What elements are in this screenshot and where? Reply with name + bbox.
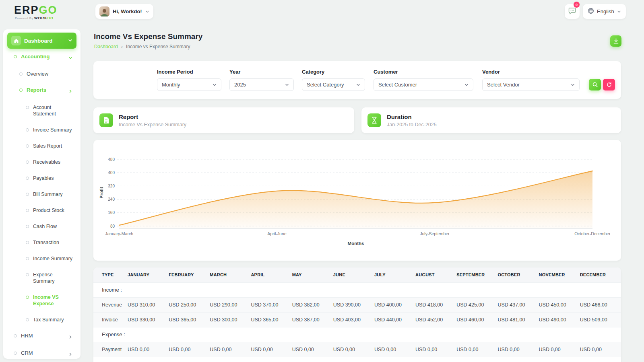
profit-chart-card: 80160240320400480January-MarchApril-June…	[93, 140, 621, 261]
year-select[interactable]: 2025	[229, 78, 294, 91]
sidebar-item-label: Cash Flow	[33, 223, 57, 230]
svg-text:Months: Months	[348, 241, 364, 246]
value-cell: USD 0,00	[415, 342, 456, 357]
sidebar-item-crm[interactable]: CRM	[6, 345, 78, 362]
bullet-icon	[14, 55, 17, 58]
value-cell: USD 250,00	[169, 297, 210, 312]
bullet-icon	[26, 296, 29, 299]
chevron-right-icon	[68, 88, 72, 95]
bullet-icon	[26, 144, 29, 148]
value-cell: USD 300,00	[210, 312, 251, 327]
income-period-select[interactable]: Monthly	[157, 78, 221, 91]
avatar	[99, 6, 109, 16]
table-row: RevenueUSD 310,00USD 250,00USD 290,00USD…	[93, 297, 621, 312]
app-logo[interactable]: ERPGO Powered By WORKDO	[14, 4, 58, 20]
sidebar-item-income-summary[interactable]: Income Summary	[6, 251, 78, 267]
section-label: Expense :	[93, 327, 621, 342]
value-cell: USD 370,00	[251, 297, 292, 312]
sidebar-item-income-vs-expense[interactable]: Income VS Expense	[6, 289, 78, 312]
user-menu[interactable]: Hi, Workdo!	[95, 4, 153, 19]
column-header: JUNE	[333, 267, 374, 282]
bullet-icon	[26, 273, 29, 276]
column-header: JULY	[374, 267, 415, 282]
table-section-row: Expense :	[93, 327, 621, 342]
sidebar-item-overview[interactable]: Overview	[6, 66, 78, 82]
chevron-right-icon	[68, 334, 72, 340]
hourglass-icon	[367, 113, 381, 127]
language-selector[interactable]: English	[583, 4, 626, 19]
value-cell: USD 310,00	[128, 297, 169, 312]
value-cell: USD 460,00	[456, 312, 497, 327]
breadcrumb: Dashboard › Income vs Expense Summary	[94, 43, 190, 49]
svg-text:July-September: July-September	[420, 231, 450, 236]
sidebar: Dashboard Accounting Overview Reports Ac…	[3, 29, 80, 359]
value-cell: USD 0,00	[210, 342, 251, 357]
table-row: PaymentUSD 0,00USD 0,00USD 0,00USD 0,00U…	[93, 342, 621, 357]
notifications-button[interactable]: 0	[565, 4, 580, 19]
value-cell: USD 403,00	[333, 312, 374, 327]
svg-text:April-June: April-June	[267, 231, 286, 236]
value-cell: USD 390,00	[333, 297, 374, 312]
value-cell: USD 0,00	[580, 342, 621, 357]
sidebar-item-reports[interactable]: Reports	[6, 82, 78, 99]
sidebar-item-hrm[interactable]: HRM	[6, 328, 78, 345]
column-header: APRIL	[251, 267, 292, 282]
vendor-label: Vendor	[482, 69, 580, 75]
sidebar-item-payables[interactable]: Payables	[6, 170, 78, 186]
download-button[interactable]	[610, 35, 621, 47]
column-header: NOVEMBER	[539, 267, 580, 282]
value-cell: USD 0,00	[539, 342, 580, 357]
sidebar-item-label: Bill Summary	[33, 191, 63, 197]
breadcrumb-home-link[interactable]: Dashboard	[94, 44, 118, 49]
sidebar-item-label: Sales Report	[33, 143, 62, 149]
value-cell: USD 382,00	[292, 297, 333, 312]
apply-filter-button[interactable]	[589, 79, 601, 90]
sidebar-item-account-statement[interactable]: Account Statement	[6, 99, 78, 122]
value-cell: USD 387,00	[292, 312, 333, 327]
customer-select[interactable]: Select Customer	[374, 78, 473, 91]
sidebar-item-label: Account Statement	[33, 104, 72, 117]
category-select[interactable]: Select Category	[302, 78, 365, 91]
sidebar-item-label: Receivables	[33, 159, 60, 165]
sidebar-item-expense-summary[interactable]: Expense Summary	[6, 267, 78, 289]
sidebar-item-tax-summary[interactable]: Tax Summary	[6, 312, 78, 328]
sidebar-item-bill-summary[interactable]: Bill Summary	[6, 186, 78, 202]
chevron-down-icon	[285, 83, 289, 87]
sidebar-item-cash-flow[interactable]: Cash Flow	[6, 218, 78, 234]
sidebar-item-transaction[interactable]: Transaction	[6, 234, 78, 251]
bullet-icon	[26, 318, 29, 321]
sidebar-item-sales-report[interactable]: Sales Report	[6, 138, 78, 154]
duration-card-title: Duration	[387, 113, 437, 121]
profit-area-chart: 80160240320400480January-MarchApril-June…	[93, 140, 621, 261]
duration-summary-card: Duration Jan-2025 to Dec-2025	[361, 107, 621, 133]
value-cell: USD 466,00	[580, 297, 621, 312]
vendor-select[interactable]: Select Vendor	[482, 78, 580, 91]
sidebar-item-receivables[interactable]: Receivables	[6, 154, 78, 170]
report-card-subtitle: Income Vs Expense Summary	[119, 122, 186, 128]
reset-filter-button[interactable]	[603, 79, 615, 90]
bullet-icon	[19, 72, 23, 76]
income-period-label: Income Period	[157, 69, 221, 75]
duration-card-subtitle: Jan-2025 to Dec-2025	[387, 122, 437, 128]
value-cell: USD 440,00	[374, 312, 415, 327]
bullet-icon	[26, 241, 29, 244]
sidebar-item-accounting[interactable]: Accounting	[6, 49, 78, 66]
sidebar-item-invoice-summary[interactable]: Invoice Summary	[6, 122, 78, 138]
sidebar-item-label: Income Summary	[33, 255, 72, 262]
value-cell: USD 425,00	[456, 297, 497, 312]
value-cell: USD 0,00	[169, 342, 210, 357]
value-cell: USD 0,00	[456, 342, 497, 357]
row-type-cell: Revenue	[93, 297, 128, 312]
chevron-down-icon	[464, 83, 469, 87]
column-header: SEPTEMBER	[456, 267, 497, 282]
sidebar-item-dashboard[interactable]: Dashboard	[7, 33, 76, 49]
value-cell: USD 509,00	[580, 312, 621, 327]
chevron-down-icon	[571, 83, 575, 87]
report-card-title: Report	[119, 113, 186, 121]
table-section-row: Income :	[93, 282, 621, 297]
chevron-down-icon	[617, 8, 621, 15]
chevron-right-icon	[68, 351, 72, 358]
sidebar-item-product-stock[interactable]: Product Stock	[6, 202, 78, 218]
value-cell: USD 0,00	[374, 342, 415, 357]
sidebar-item-label: Expense Summary	[33, 272, 72, 284]
